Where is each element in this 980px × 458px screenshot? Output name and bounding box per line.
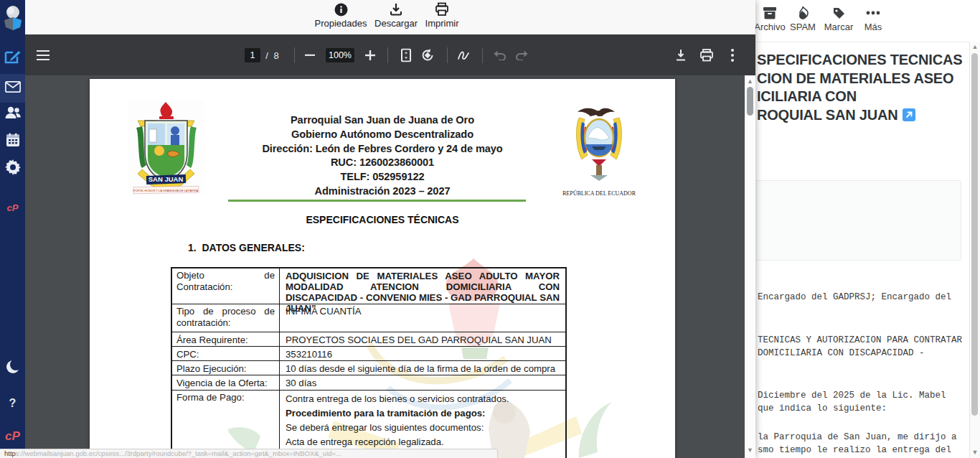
scroll-down-icon[interactable]: ▼ xyxy=(745,447,755,454)
cpanel-icon[interactable]: cP xyxy=(0,202,25,213)
san-juan-coat-of-arms: SAN JUAN POR EL HONOR Y LA GRANDEZA DE L… xyxy=(128,101,204,195)
compose-icon[interactable] xyxy=(0,49,25,65)
row-label: Área Requirente: xyxy=(172,332,280,346)
app-sidebar: cP ? cP xyxy=(0,0,25,458)
toolbar-download-icon[interactable] xyxy=(674,49,687,62)
email-body-line: la Parroquia de San Juan, me dirijo a xyxy=(758,432,957,442)
email-reading-pane: Archivo SPAM Marcar Más SPECIFICACIONES … xyxy=(755,0,980,458)
email-scrollbar[interactable]: ▲ ▼ xyxy=(969,42,980,458)
info-icon xyxy=(310,2,372,17)
zoom-out-icon[interactable] xyxy=(305,54,315,56)
payment-line: Acta de entrega recepción legalizada. xyxy=(286,435,560,449)
email-action-bar: Archivo SPAM Marcar Más xyxy=(755,0,980,42)
ellipsis-icon xyxy=(857,6,889,20)
table-row: Área Requirente: PROYECTOS SOCIALES DEL … xyxy=(172,332,565,347)
webmail-logo-icon[interactable] xyxy=(0,4,25,32)
undo-icon xyxy=(493,50,506,60)
print-icon xyxy=(411,2,473,17)
shield-banner-text: SAN JUAN xyxy=(149,175,184,183)
cpanel-footer-logo[interactable]: cP xyxy=(0,429,25,444)
payment-line: Procedimiento para la tramitación de pag… xyxy=(286,406,560,421)
page-number-input[interactable]: 1 xyxy=(245,48,260,62)
row-label: Objeto de Contratación: xyxy=(172,268,280,304)
archive-button[interactable]: Archivo xyxy=(755,6,790,32)
archive-icon xyxy=(755,6,790,20)
calendar-icon[interactable] xyxy=(0,133,25,147)
payment-line: Se deberá entregar los siguientes docume… xyxy=(286,421,560,435)
table-row: Objeto de Contratación: ADQUISICION DE M… xyxy=(172,268,565,304)
status-url-prefix: http xyxy=(4,449,16,457)
kebab-menu-icon[interactable] xyxy=(731,49,734,62)
spam-label: SPAM xyxy=(790,22,816,32)
row-label: Vigencia de la Oferta: xyxy=(172,375,280,390)
fit-page-icon[interactable] xyxy=(401,48,411,62)
shield-motto-text: POR EL HONOR Y LA GRANDEZA DE LA PATRIA xyxy=(133,189,199,192)
table-row: CPC: 353210116 xyxy=(172,347,565,361)
row-value: 353210116 xyxy=(280,347,565,360)
print-button[interactable]: Imprimir xyxy=(411,2,473,29)
row-label: Plazo Ejecución: xyxy=(172,361,280,375)
scroll-down-icon[interactable]: ▼ xyxy=(970,449,980,456)
row-value: 10 días desde el siguiente día de la fir… xyxy=(280,361,565,375)
pdf-topbar: Propiedades Descargar Imprimir xyxy=(25,0,755,34)
header-line: Parroquial San Juan de Juana de Oro xyxy=(228,113,537,128)
pdf-page: SAN JUAN POR EL HONOR Y LA GRANDEZA DE L… xyxy=(90,79,675,458)
section-number: 1. xyxy=(188,242,197,253)
rotate-icon[interactable] xyxy=(420,48,435,62)
page-separator: / xyxy=(265,50,268,60)
row-label: CPC: xyxy=(172,347,280,360)
attachment-preview-box[interactable] xyxy=(755,180,961,261)
email-body-line: smo tiempo le realizo la entrega del xyxy=(758,445,951,455)
subject-line: CION DE MATERIALES ASEO xyxy=(757,70,962,88)
header-line: Dirección: León de Febres Cordero y 24 d… xyxy=(228,142,537,156)
contacts-icon[interactable] xyxy=(0,106,25,119)
redo-icon xyxy=(516,50,529,60)
table-row: Plazo Ejecución: 10 días desde el siguie… xyxy=(172,361,565,375)
subject-line: ICILIARIA CON xyxy=(757,88,962,106)
print-label: Imprimir xyxy=(425,18,459,29)
header-line: Gobierno Autónomo Descentralizado xyxy=(228,128,537,142)
row-label: Forma de Pago: xyxy=(172,391,280,458)
table-row: Forma de Pago: Contra entrega de los bie… xyxy=(172,391,565,458)
more-button[interactable]: Más xyxy=(857,6,889,32)
pdf-toolbar: 1 / 8 100% xyxy=(25,34,755,75)
browser-status-bubble: https://webmailsanjuan.gob.ec/cpsess.../… xyxy=(0,449,498,458)
republic-label: REPÚBLICA DEL ECUADOR xyxy=(556,190,642,197)
pdf-viewer: Propiedades Descargar Imprimir 1 / 8 xyxy=(25,0,755,458)
zoom-in-icon[interactable] xyxy=(365,50,375,60)
header-line: Administración 2023 – 2027 xyxy=(228,184,537,199)
mark-label: Marcar xyxy=(824,22,853,32)
document-title: ESPECIFICACIONES TÉCNICAS xyxy=(90,214,675,225)
settings-gear-icon[interactable] xyxy=(0,159,25,175)
properties-button[interactable]: Propiedades xyxy=(310,2,372,29)
pdf-scrollbar[interactable]: ▲ ▼ xyxy=(745,75,755,458)
header-line: TELF: 052959122 xyxy=(228,170,537,184)
email-body-line: Diciembre del 2025 de la Lic. Mabel xyxy=(758,391,946,401)
annotate-icon[interactable] xyxy=(458,50,472,60)
help-icon[interactable]: ? xyxy=(0,397,25,410)
toolbar-print-icon[interactable] xyxy=(700,49,714,62)
pdf-canvas-area[interactable]: SAN JUAN POR EL HONOR Y LA GRANDEZA DE L… xyxy=(25,75,745,458)
email-body-line: TECNICAS Y AUTORIZACION PARA CONTRATAR xyxy=(758,335,962,345)
dark-mode-moon-icon[interactable] xyxy=(0,359,25,375)
menu-icon[interactable] xyxy=(37,50,50,60)
row-value: Contra entrega de los bienes o servicios… xyxy=(280,391,565,458)
flame-icon xyxy=(786,6,820,20)
archive-label: Archivo xyxy=(755,22,786,32)
row-label: Tipo de proceso de contratación: xyxy=(172,304,280,332)
email-body-line: Encargado del GADPRSJ; Encargado del xyxy=(758,292,951,302)
spam-button[interactable]: SPAM xyxy=(786,6,820,32)
scroll-up-icon[interactable]: ▲ xyxy=(970,44,980,50)
more-label: Más xyxy=(864,22,882,32)
row-value: 30 días xyxy=(280,375,565,390)
mark-button[interactable]: Marcar xyxy=(820,6,857,32)
green-divider xyxy=(228,200,526,202)
scroll-up-icon[interactable]: ▲ xyxy=(745,78,755,85)
page-total: 8 xyxy=(273,50,278,60)
external-link-icon[interactable] xyxy=(903,108,915,121)
zoom-level[interactable]: 100% xyxy=(326,48,354,62)
email-scrollbar-thumb[interactable] xyxy=(971,53,978,416)
payment-line: Contra entrega de los bienes o servicios… xyxy=(286,392,560,406)
mail-icon[interactable] xyxy=(0,81,25,93)
pdf-scrollbar-thumb[interactable] xyxy=(747,87,753,116)
